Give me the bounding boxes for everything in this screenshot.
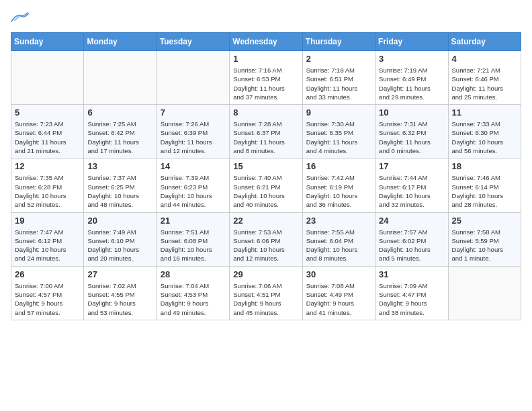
day-info: Sunrise: 7:39 AM Sunset: 6:23 PM Dayligh… bbox=[161, 173, 226, 209]
weekday-friday: Friday bbox=[375, 33, 448, 51]
day-number: 21 bbox=[161, 216, 226, 226]
day-number: 11 bbox=[452, 107, 517, 118]
day-number: 26 bbox=[15, 269, 80, 279]
calendar-header: SundayMondayTuesdayWednesdayThursdayFrid… bbox=[11, 33, 521, 51]
weekday-thursday: Thursday bbox=[302, 33, 375, 51]
calendar-cell: 10Sunrise: 7:31 AM Sunset: 6:32 PM Dayli… bbox=[375, 105, 448, 158]
day-info: Sunrise: 7:26 AM Sunset: 6:39 PM Dayligh… bbox=[161, 120, 226, 155]
day-info: Sunrise: 7:35 AM Sunset: 6:28 PM Dayligh… bbox=[15, 173, 80, 209]
day-number: 2 bbox=[306, 54, 371, 64]
calendar-body: 1Sunrise: 7:16 AM Sunset: 6:53 PM Daylig… bbox=[11, 51, 521, 320]
calendar-cell: 17Sunrise: 7:44 AM Sunset: 6:17 PM Dayli… bbox=[375, 158, 448, 212]
calendar-cell: 7Sunrise: 7:26 AM Sunset: 6:39 PM Daylig… bbox=[157, 105, 229, 158]
day-number: 7 bbox=[161, 107, 226, 118]
weekday-saturday: Saturday bbox=[448, 33, 521, 51]
day-number: 28 bbox=[161, 269, 226, 279]
day-number: 9 bbox=[306, 107, 371, 118]
calendar-cell: 8Sunrise: 7:28 AM Sunset: 6:37 PM Daylig… bbox=[230, 105, 302, 158]
calendar-cell bbox=[157, 51, 229, 105]
calendar-cell: 20Sunrise: 7:49 AM Sunset: 6:10 PM Dayli… bbox=[84, 212, 157, 266]
day-number: 23 bbox=[306, 216, 371, 226]
day-number: 25 bbox=[452, 216, 517, 226]
day-number: 27 bbox=[87, 269, 152, 279]
day-number: 13 bbox=[87, 161, 152, 171]
calendar-cell: 13Sunrise: 7:37 AM Sunset: 6:25 PM Dayli… bbox=[84, 158, 157, 212]
weekday-sunday: Sunday bbox=[11, 33, 84, 51]
calendar-cell: 4Sunrise: 7:21 AM Sunset: 6:46 PM Daylig… bbox=[448, 51, 521, 105]
calendar-cell: 14Sunrise: 7:39 AM Sunset: 6:23 PM Dayli… bbox=[157, 158, 229, 212]
day-number: 29 bbox=[233, 269, 298, 279]
day-info: Sunrise: 7:04 AM Sunset: 4:53 PM Dayligh… bbox=[161, 281, 226, 317]
calendar-cell: 18Sunrise: 7:46 AM Sunset: 6:14 PM Dayli… bbox=[448, 158, 521, 212]
day-number: 12 bbox=[15, 161, 80, 171]
day-number: 5 bbox=[15, 107, 80, 118]
day-info: Sunrise: 7:47 AM Sunset: 6:12 PM Dayligh… bbox=[15, 228, 80, 263]
weekday-header-row: SundayMondayTuesdayWednesdayThursdayFrid… bbox=[11, 33, 521, 51]
calendar-week-4: 26Sunrise: 7:00 AM Sunset: 4:57 PM Dayli… bbox=[11, 266, 521, 320]
day-info: Sunrise: 7:23 AM Sunset: 6:44 PM Dayligh… bbox=[15, 120, 80, 155]
calendar-cell: 16Sunrise: 7:42 AM Sunset: 6:19 PM Dayli… bbox=[302, 158, 375, 212]
day-info: Sunrise: 7:37 AM Sunset: 6:25 PM Dayligh… bbox=[87, 173, 152, 209]
day-number: 15 bbox=[233, 161, 298, 171]
day-number: 14 bbox=[161, 161, 226, 171]
calendar-cell: 5Sunrise: 7:23 AM Sunset: 6:44 PM Daylig… bbox=[11, 105, 84, 158]
calendar-cell bbox=[11, 51, 84, 105]
day-number: 16 bbox=[306, 161, 371, 171]
calendar-cell: 1Sunrise: 7:16 AM Sunset: 6:53 PM Daylig… bbox=[230, 51, 302, 105]
calendar-cell: 24Sunrise: 7:57 AM Sunset: 6:02 PM Dayli… bbox=[375, 212, 448, 266]
day-info: Sunrise: 7:57 AM Sunset: 6:02 PM Dayligh… bbox=[379, 228, 444, 263]
day-number: 3 bbox=[379, 54, 444, 64]
day-info: Sunrise: 7:51 AM Sunset: 6:08 PM Dayligh… bbox=[161, 228, 226, 263]
day-info: Sunrise: 7:30 AM Sunset: 6:35 PM Dayligh… bbox=[306, 120, 371, 155]
day-number: 19 bbox=[15, 216, 80, 226]
calendar-cell: 26Sunrise: 7:00 AM Sunset: 4:57 PM Dayli… bbox=[11, 266, 84, 320]
calendar-cell: 11Sunrise: 7:33 AM Sunset: 6:30 PM Dayli… bbox=[448, 105, 521, 158]
day-number: 31 bbox=[379, 269, 444, 279]
day-number: 22 bbox=[233, 216, 298, 226]
weekday-wednesday: Wednesday bbox=[230, 33, 302, 51]
calendar-week-0: 1Sunrise: 7:16 AM Sunset: 6:53 PM Daylig… bbox=[11, 51, 521, 105]
day-info: Sunrise: 7:19 AM Sunset: 6:49 PM Dayligh… bbox=[379, 66, 444, 101]
weekday-monday: Monday bbox=[84, 33, 157, 51]
calendar-cell: 28Sunrise: 7:04 AM Sunset: 4:53 PM Dayli… bbox=[157, 266, 229, 320]
calendar-cell: 23Sunrise: 7:55 AM Sunset: 6:04 PM Dayli… bbox=[302, 212, 375, 266]
calendar-cell: 3Sunrise: 7:19 AM Sunset: 6:49 PM Daylig… bbox=[375, 51, 448, 105]
day-info: Sunrise: 7:46 AM Sunset: 6:14 PM Dayligh… bbox=[452, 173, 517, 209]
logo-bird-icon bbox=[11, 11, 30, 24]
calendar-cell: 21Sunrise: 7:51 AM Sunset: 6:08 PM Dayli… bbox=[157, 212, 229, 266]
day-info: Sunrise: 7:28 AM Sunset: 6:37 PM Dayligh… bbox=[233, 120, 298, 155]
day-number: 24 bbox=[379, 216, 444, 226]
calendar-cell: 12Sunrise: 7:35 AM Sunset: 6:28 PM Dayli… bbox=[11, 158, 84, 212]
calendar-cell: 27Sunrise: 7:02 AM Sunset: 4:55 PM Dayli… bbox=[84, 266, 157, 320]
calendar-cell: 19Sunrise: 7:47 AM Sunset: 6:12 PM Dayli… bbox=[11, 212, 84, 266]
day-number: 17 bbox=[379, 161, 444, 171]
day-info: Sunrise: 7:09 AM Sunset: 4:47 PM Dayligh… bbox=[379, 281, 444, 317]
calendar-cell: 31Sunrise: 7:09 AM Sunset: 4:47 PM Dayli… bbox=[375, 266, 448, 320]
day-info: Sunrise: 7:53 AM Sunset: 6:06 PM Dayligh… bbox=[233, 228, 298, 263]
day-number: 18 bbox=[452, 161, 517, 171]
day-info: Sunrise: 7:44 AM Sunset: 6:17 PM Dayligh… bbox=[379, 173, 444, 209]
day-number: 6 bbox=[87, 107, 152, 118]
calendar-cell bbox=[84, 51, 157, 105]
calendar-cell: 9Sunrise: 7:30 AM Sunset: 6:35 PM Daylig… bbox=[302, 105, 375, 158]
calendar-cell bbox=[448, 266, 521, 320]
day-number: 10 bbox=[379, 107, 444, 118]
logo bbox=[11, 11, 32, 24]
day-info: Sunrise: 7:08 AM Sunset: 4:49 PM Dayligh… bbox=[306, 281, 371, 317]
page-header bbox=[11, 11, 521, 24]
day-info: Sunrise: 7:49 AM Sunset: 6:10 PM Dayligh… bbox=[87, 228, 152, 263]
day-info: Sunrise: 7:02 AM Sunset: 4:55 PM Dayligh… bbox=[87, 281, 152, 317]
weekday-tuesday: Tuesday bbox=[157, 33, 229, 51]
calendar-cell: 25Sunrise: 7:58 AM Sunset: 5:59 PM Dayli… bbox=[448, 212, 521, 266]
day-info: Sunrise: 7:31 AM Sunset: 6:32 PM Dayligh… bbox=[379, 120, 444, 155]
day-info: Sunrise: 7:00 AM Sunset: 4:57 PM Dayligh… bbox=[15, 281, 80, 317]
calendar-cell: 15Sunrise: 7:40 AM Sunset: 6:21 PM Dayli… bbox=[230, 158, 302, 212]
day-info: Sunrise: 7:33 AM Sunset: 6:30 PM Dayligh… bbox=[452, 120, 517, 155]
calendar-week-3: 19Sunrise: 7:47 AM Sunset: 6:12 PM Dayli… bbox=[11, 212, 521, 266]
day-number: 8 bbox=[233, 107, 298, 118]
day-info: Sunrise: 7:18 AM Sunset: 6:51 PM Dayligh… bbox=[306, 66, 371, 101]
calendar-cell: 2Sunrise: 7:18 AM Sunset: 6:51 PM Daylig… bbox=[302, 51, 375, 105]
calendar-cell: 6Sunrise: 7:25 AM Sunset: 6:42 PM Daylig… bbox=[84, 105, 157, 158]
day-number: 4 bbox=[452, 54, 517, 64]
day-number: 20 bbox=[87, 216, 152, 226]
